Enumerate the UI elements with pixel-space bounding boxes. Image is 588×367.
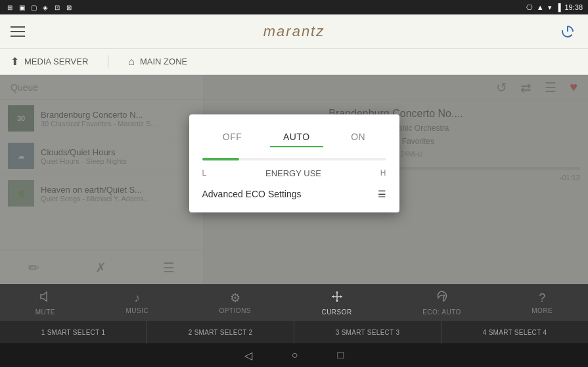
eco-icon — [436, 290, 449, 306]
status-bar-right: ⎔ ▲ ▾ ▐ 19:38 — [526, 3, 583, 12]
advanced-eco-link[interactable]: Advanced ECO Settings ☰ — [202, 189, 386, 199]
more-icon: ? — [539, 291, 545, 305]
app-icon-2: ▣ — [17, 3, 26, 12]
tab-on[interactable]: ON — [338, 128, 378, 147]
wifi-icon: ▾ — [548, 3, 552, 12]
bluetooth-icon: ⎔ — [526, 3, 533, 12]
eco-modal: OFF AUTO ON L ENERGY USE H — [189, 114, 399, 212]
toolbar-options[interactable]: ⚙ OPTIONS — [219, 291, 252, 314]
tab-off[interactable]: OFF — [210, 128, 256, 147]
eco-label: ECO: AUTO — [422, 308, 461, 316]
hamburger-line-3 — [11, 36, 25, 37]
slider-low-label: L — [202, 168, 207, 178]
smart-select-4[interactable]: 4 SMART SELECT 4 — [441, 321, 588, 343]
toolbar-more[interactable]: ? MORE — [531, 291, 553, 314]
hamburger-line-1 — [11, 26, 25, 28]
svg-marker-7 — [332, 295, 334, 298]
mute-icon — [39, 290, 52, 306]
app-icon-5: ⊡ — [53, 3, 62, 12]
svg-marker-2 — [41, 292, 47, 301]
home-button[interactable]: ○ — [292, 349, 298, 361]
recents-button[interactable]: □ — [338, 349, 344, 361]
app-icon-4: ◈ — [41, 3, 50, 12]
android-nav-bar: ◁ ○ □ — [0, 343, 588, 367]
toolbar-music[interactable]: ♪ MUSIC — [125, 291, 148, 314]
energy-slider-track[interactable] — [202, 158, 386, 160]
nav-main-zone-label: MAIN ZONE — [140, 57, 187, 66]
toolbar-cursor[interactable]: CURSOR — [321, 290, 351, 316]
top-bar: marantz — [0, 14, 588, 49]
smart-select-3[interactable]: 3 SMART SELECT 3 — [294, 321, 441, 343]
options-icon: ⚙ — [230, 291, 240, 305]
energy-slider-container: L ENERGY USE H — [202, 158, 386, 178]
music-icon: ♪ — [134, 291, 140, 305]
slider-high-label: H — [380, 168, 386, 178]
tab-auto[interactable]: AUTO — [270, 128, 323, 147]
slider-center-label: ENERGY USE — [206, 168, 380, 178]
nav-media-server[interactable]: ⬆ MEDIA SERVER — [11, 55, 88, 68]
time-display: 19:38 — [564, 3, 583, 11]
advanced-eco-icon: ☰ — [378, 189, 386, 199]
mute-label: MUTE — [35, 308, 55, 316]
menu-button[interactable] — [11, 22, 30, 41]
hamburger-line-2 — [11, 31, 25, 32]
app-container: marantz ⬆ MEDIA SERVER ⌂ MAIN ZONE Queue — [0, 14, 588, 367]
more-label: MORE — [531, 307, 553, 314]
toolbar-mute[interactable]: MUTE — [35, 290, 55, 316]
cursor-icon — [330, 290, 344, 306]
svg-marker-8 — [340, 295, 342, 298]
modal-tabs: OFF AUTO ON — [202, 128, 386, 147]
smart-select-2[interactable]: 2 SMART SELECT 2 — [147, 321, 294, 343]
nav-bar: ⬆ MEDIA SERVER ⌂ MAIN ZONE — [0, 49, 588, 75]
svg-marker-5 — [336, 291, 338, 293]
status-bar: ⊞ ▣ ▢ ◈ ⊡ ⊠ ⎔ ▲ ▾ ▐ 19:38 — [0, 0, 588, 14]
app-icon-1: ⊞ — [5, 3, 14, 12]
nav-divider — [108, 55, 108, 68]
app-icon-3: ▢ — [29, 3, 38, 12]
svg-marker-6 — [336, 300, 338, 302]
nav-main-zone[interactable]: ⌂ MAIN ZONE — [128, 56, 187, 68]
power-button[interactable] — [558, 22, 577, 41]
music-label: MUSIC — [125, 307, 148, 314]
smart-select-1[interactable]: 1 SMART SELECT 1 — [0, 321, 147, 343]
toolbar-eco[interactable]: ECO: AUTO — [422, 290, 461, 316]
signal-icon: ▲ — [537, 3, 544, 11]
nav-media-server-label: MEDIA SERVER — [24, 57, 88, 66]
cursor-label: CURSOR — [321, 308, 351, 316]
modal-overlay: OFF AUTO ON L ENERGY USE H — [0, 75, 588, 284]
bottom-toolbar: MUTE ♪ MUSIC ⚙ OPTIONS CURSOR — [0, 284, 588, 321]
app-icon-6: ⊠ — [64, 3, 74, 12]
advanced-eco-label: Advanced ECO Settings — [202, 189, 302, 199]
content-area: Queue 30 Brandenburg Concerto N... 30 Cl… — [0, 75, 588, 284]
options-label: OPTIONS — [219, 307, 252, 314]
status-bar-left: ⊞ ▣ ▢ ◈ ⊡ ⊠ — [5, 3, 74, 12]
energy-slider-fill — [202, 158, 239, 160]
brand-logo: marantz — [263, 23, 325, 40]
battery-icon: ▐ — [556, 3, 561, 11]
media-server-icon: ⬆ — [11, 55, 19, 68]
main-zone-icon: ⌂ — [128, 56, 135, 68]
slider-labels: L ENERGY USE H — [202, 168, 386, 178]
smart-select-bar: 1 SMART SELECT 1 2 SMART SELECT 2 3 SMAR… — [0, 321, 588, 343]
back-button[interactable]: ◁ — [244, 349, 252, 362]
